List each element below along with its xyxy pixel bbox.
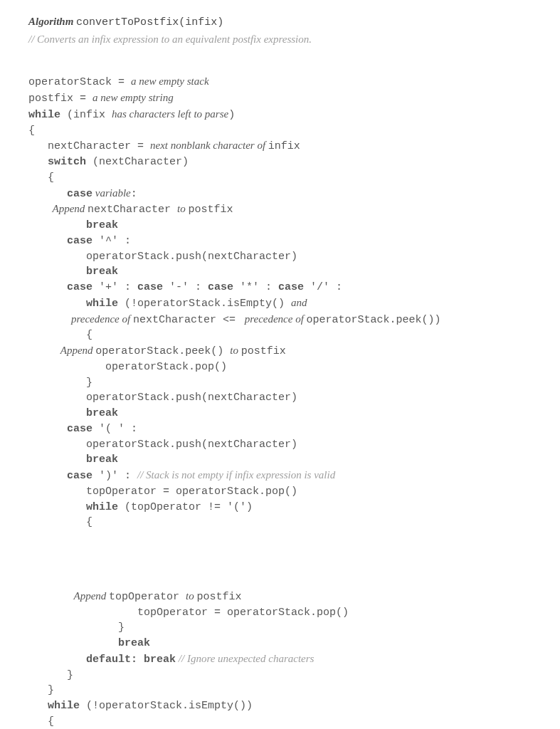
code-line: } xyxy=(28,669,73,681)
algorithm-title: Algorithm convertToPostfix(infix) xyxy=(28,14,532,31)
code-line: break xyxy=(28,637,150,649)
code-line: { xyxy=(28,125,35,137)
code-line: Append operatorStack.peek() to postfix xyxy=(28,345,286,357)
code-line: topOperator = operatorStack.pop() xyxy=(28,486,297,498)
code-line: while (!operatorStack.isEmpty()) xyxy=(28,700,253,712)
code-line: while (topOperator != '(') xyxy=(28,501,253,513)
code-line: operatorStack.push(nextCharacter) xyxy=(28,439,297,451)
code-line: { xyxy=(28,516,93,528)
code-line: default: break // Ignore unexpected char… xyxy=(28,654,314,666)
code-line: Append topOperator to postfix xyxy=(28,591,242,603)
code-line: operatorStack.pop() xyxy=(28,361,227,373)
algorithm-description: // Converts an infix expression to an eq… xyxy=(28,32,532,48)
pseudocode-body: operatorStack = a new empty stack postfi… xyxy=(28,59,532,730)
code-line: { xyxy=(28,715,54,728)
code-line: case variable: xyxy=(28,188,137,200)
code-line: Append nextCharacter to postfix xyxy=(28,204,233,216)
code-line: break xyxy=(28,453,118,466)
code-line: while (!operatorStack.isEmpty() and xyxy=(28,298,307,310)
code-line: { xyxy=(28,329,93,341)
code-line: nextCharacter = next nonblank character … xyxy=(28,140,300,152)
function-signature: convertToPostfix(infix) xyxy=(76,16,223,28)
code-line: case '+' : case '-' : case '*' : case '/… xyxy=(28,281,342,293)
code-line: case '^' : xyxy=(28,235,131,247)
code-line: postfix = a new empty string xyxy=(28,93,174,105)
code-line: } xyxy=(28,377,93,389)
code-line: precedence of nextCharacter <= precedenc… xyxy=(28,314,441,326)
code-line: operatorStack.push(nextCharacter) xyxy=(28,392,297,404)
blank-gap xyxy=(28,530,532,573)
code-line: operatorStack.push(nextCharacter) xyxy=(28,251,297,263)
code-line: switch (nextCharacter) xyxy=(28,156,189,168)
algorithm-label: Algorithm xyxy=(28,16,73,27)
code-line: while (infix has characters left to pars… xyxy=(28,109,235,121)
code-line: } xyxy=(28,684,54,696)
code-line: } xyxy=(28,622,125,634)
code-line: break xyxy=(28,407,118,419)
code-line: operatorStack = a new empty stack xyxy=(28,76,209,88)
code-line: { xyxy=(28,172,54,184)
code-line: case '( ' : xyxy=(28,423,137,435)
code-line: break xyxy=(28,219,118,231)
code-line: case ')' : // Stack is not empty if infi… xyxy=(28,470,335,482)
code-line: break xyxy=(28,266,118,278)
code-line: topOperator = operatorStack.pop() xyxy=(28,607,349,619)
